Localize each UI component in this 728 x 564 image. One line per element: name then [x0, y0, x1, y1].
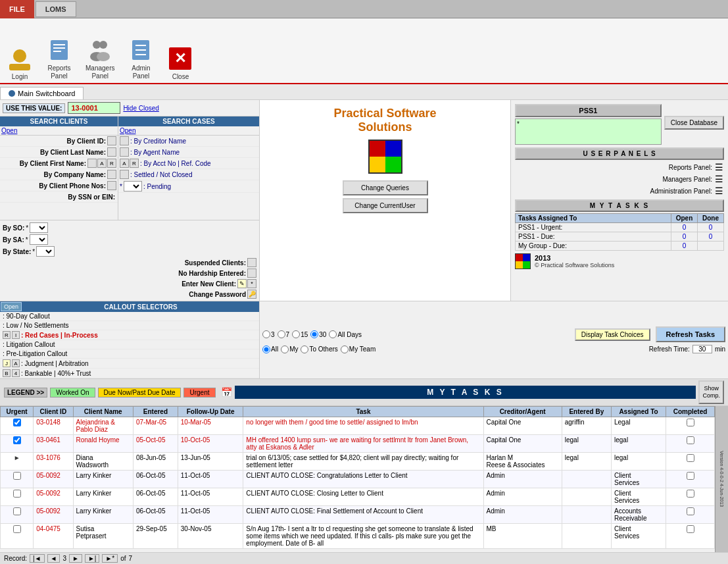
urgent-cell [1, 471, 34, 488]
callout-item[interactable]: : 90-Day Callout [0, 312, 259, 321]
radio-15[interactable]: 15 [292, 330, 308, 338]
radio-30[interactable]: 30 [310, 330, 326, 338]
creditor-cell: Capital One [483, 417, 562, 435]
assigned-to-cell: legal [611, 453, 666, 471]
by-acct-btn-a[interactable]: A [120, 159, 129, 168]
copyright-label: © Practical Software Solutions [535, 262, 614, 269]
managers-ribbon-item[interactable]: ManagersPanel [85, 36, 114, 80]
radio-all[interactable]: All [262, 346, 278, 353]
by-creditor-btn[interactable] [120, 136, 129, 145]
admin-ribbon-item[interactable]: AdminPanel [128, 36, 154, 80]
entered-by-cell [562, 471, 611, 488]
hide-closed-button[interactable]: Hide Closed [123, 105, 158, 112]
client-name-cell: Alejandrina &Pablo Diaz [73, 417, 133, 435]
by-first-name-label: By Client First Name: [1, 160, 87, 167]
callout-item[interactable]: JA: Judgment | Arbitration [0, 359, 259, 369]
radio-to-others[interactable]: To Others [301, 346, 337, 353]
admin-panel-icon[interactable]: ☰ [715, 186, 723, 196]
by-agent-row: : By Agent Name [118, 147, 259, 158]
creditor-cell: Capital One [483, 435, 562, 453]
nav-first[interactable]: |◄ [30, 554, 45, 563]
completed-cell [666, 524, 715, 549]
radio-my-team[interactable]: My Team [341, 346, 376, 353]
by-so-select[interactable] [30, 222, 48, 233]
radio-all-days[interactable]: All Days [329, 330, 362, 338]
reports-ribbon-item[interactable]: ReportsPanel [46, 36, 72, 80]
client-id-cell: 05-0092 [34, 471, 73, 488]
enter-client-btn2[interactable]: * [247, 279, 256, 288]
legend-button[interactable]: LEGEND >> [4, 388, 47, 397]
managers-panel-icon[interactable]: ☰ [715, 174, 723, 184]
record-label: Record: [4, 555, 27, 562]
reports-panel-icon[interactable]: ☰ [715, 162, 723, 172]
change-queries-button[interactable]: Change Queries [343, 180, 428, 195]
calendar-icon[interactable]: 📅 [221, 387, 232, 397]
by-client-id-btn[interactable] [107, 136, 116, 145]
pending-select[interactable] [124, 181, 142, 192]
callout-item[interactable]: : Pre-Litigation Callout [0, 349, 259, 359]
admin-label: AdminPanel [132, 64, 150, 80]
by-state-select[interactable] [36, 246, 55, 257]
creditor-cell: Harlan MReese & Associates [483, 453, 562, 471]
assigned-to-cell: ClientServices [611, 488, 666, 506]
file-button[interactable]: FILE [0, 0, 34, 18]
settled-row: : Settled / Not Closed [118, 169, 259, 180]
by-last-name-btn[interactable] [107, 147, 116, 157]
entered-by-cell [562, 506, 611, 524]
table-row: 04-0475 SutisaPetprasert 29-Sep-05 30-No… [1, 524, 715, 549]
suspended-btn[interactable] [247, 258, 256, 267]
table-header: Completed [666, 407, 715, 417]
by-company-btn[interactable] [107, 170, 116, 179]
callout-item[interactable]: RI: Red Cases | In-Process [0, 330, 259, 340]
no-hardship-btn[interactable] [247, 269, 256, 278]
client-name-cell: Larry Kinker [73, 488, 133, 506]
refresh-time-input[interactable] [692, 345, 712, 353]
callout-item[interactable]: B4: Bankable | 40%+ Trust [0, 369, 259, 378]
nav-prev[interactable]: ◄ [47, 554, 61, 563]
by-first-name-btn2[interactable]: A [97, 159, 107, 168]
by-creditor-label: : By Creditor Name [129, 138, 186, 145]
loms-button[interactable]: LOMS [36, 1, 76, 17]
refresh-tasks-button[interactable]: Refresh Tasks [656, 326, 725, 342]
nav-next[interactable]: ► [69, 554, 82, 563]
close-database-button[interactable]: Close Database [664, 116, 724, 130]
task-row: PSS1 - Urgent: 0 0 [516, 223, 724, 232]
enter-client-btn[interactable]: ✎ [237, 279, 247, 288]
completed-cell [666, 506, 715, 524]
login-label: Login [12, 73, 28, 80]
main-switchboard-tab[interactable]: Main Switchboard [0, 87, 84, 99]
by-acct-btn-r[interactable]: R [130, 159, 139, 168]
value-input[interactable] [68, 102, 120, 114]
table-header: Creditor/Agent [483, 407, 562, 417]
by-first-name-btn3[interactable]: R [107, 159, 116, 168]
table-row: 05-0092 Larry Kinker 06-Oct-05 11-Oct-05… [1, 506, 715, 524]
radio-3[interactable]: 3 [262, 330, 275, 338]
radio-7[interactable]: 7 [278, 330, 290, 338]
open-callout-btn[interactable]: Open [1, 302, 22, 311]
by-phone-btn[interactable] [107, 181, 116, 190]
managers-label: ManagersPanel [85, 64, 114, 80]
nav-last[interactable]: ►| [85, 554, 100, 563]
search-clients-header: SEARCH CLIENTS [0, 116, 118, 126]
display-task-choices-button[interactable]: Display Task Choices [575, 328, 650, 341]
show-comp-button[interactable]: ShowComp. [698, 380, 724, 404]
radio-my[interactable]: My [281, 346, 298, 353]
table-row: 05-0092 Larry Kinker 06-Oct-05 11-Oct-05… [1, 471, 715, 488]
settled-btn[interactable] [120, 170, 129, 179]
no-hardship-label: No Hardship Entered: [178, 270, 246, 277]
login-ribbon-item[interactable]: Login [7, 44, 33, 80]
by-sa-select[interactable] [30, 234, 48, 245]
completed-cell [666, 471, 715, 488]
change-current-user-button[interactable]: Change CurrentUser [343, 198, 428, 213]
change-password-btn[interactable]: 🔑 [247, 290, 256, 299]
nav-new[interactable]: ►* [102, 554, 118, 563]
by-agent-btn[interactable] [120, 147, 129, 157]
use-value-label: USE THIS VALUE: [3, 103, 65, 113]
by-first-name-btn[interactable] [87, 159, 97, 168]
close-ribbon-item[interactable]: ✕ Close [167, 44, 193, 80]
admin-panel-row: Administration Panel: ☰ [515, 185, 724, 197]
user-panels-title: U S E R P A N E L S [515, 147, 724, 160]
urgent-cell [1, 506, 34, 524]
callout-item[interactable]: : Low / No Settlements [0, 321, 259, 330]
callout-item[interactable]: : Litigation Callout [0, 340, 259, 349]
